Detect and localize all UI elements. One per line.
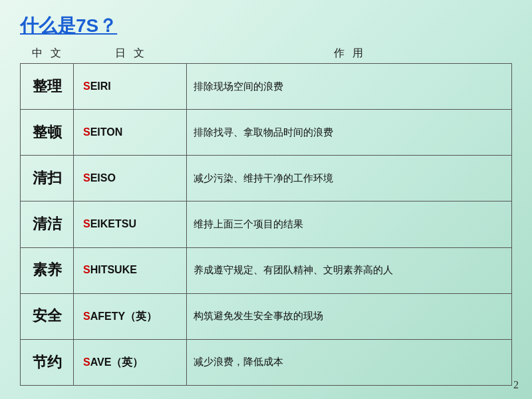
table-row: 整顿SEITON排除找寻、拿取物品时间的浪费 — [21, 110, 512, 156]
header-effect: 作 用 — [188, 47, 512, 61]
cell-chinese: 整理 — [21, 64, 74, 110]
cell-japanese: SHITSUKE — [74, 247, 187, 293]
japanese-rest: HITSUKE — [90, 264, 137, 275]
cell-effect: 养成遵守规定、有团队精神、文明素养高的人 — [187, 247, 512, 293]
page-number: 2 — [513, 379, 519, 391]
japanese-s-letter: S — [83, 80, 90, 92]
table-row: 清扫SEISO减少污染、维持干净的工作环境 — [21, 156, 512, 201]
japanese-rest: EIKETSU — [90, 218, 136, 229]
table-row: 节约SAVE（英）减少浪费，降低成本 — [21, 339, 512, 385]
slide-title: 什么是7S？ — [20, 13, 512, 39]
cell-japanese: SEIKETSU — [74, 201, 187, 247]
japanese-rest: AFETY（英） — [90, 311, 157, 322]
cell-chinese: 安全 — [21, 293, 74, 339]
japanese-rest: EIRI — [90, 80, 111, 92]
cell-chinese: 节约 — [21, 339, 74, 385]
table-row: 整理SEIRI排除现场空间的浪费 — [21, 64, 512, 110]
header-chinese: 中 文 — [21, 47, 74, 61]
cell-japanese: SAVE（英） — [74, 339, 187, 385]
cell-chinese: 清洁 — [21, 201, 74, 247]
japanese-s-letter: S — [83, 311, 90, 322]
cell-chinese: 整顿 — [21, 110, 74, 156]
cell-japanese: SEITON — [74, 110, 187, 156]
cell-effect: 排除找寻、拿取物品时间的浪费 — [187, 110, 512, 156]
japanese-s-letter: S — [83, 172, 90, 184]
cell-japanese: SEISO — [74, 156, 187, 201]
japanese-s-letter: S — [83, 218, 90, 229]
cell-chinese: 素养 — [21, 247, 74, 293]
cell-effect: 减少浪费，降低成本 — [187, 339, 512, 385]
japanese-rest: AVE（英） — [90, 356, 144, 368]
table-row: 素养SHITSUKE养成遵守规定、有团队精神、文明素养高的人 — [21, 247, 512, 293]
japanese-s-letter: S — [83, 126, 90, 138]
cell-japanese: SAFETY（英） — [74, 293, 187, 339]
cell-effect: 维持上面三个项目的结果 — [187, 201, 512, 247]
cell-effect: 排除现场空间的浪费 — [187, 64, 512, 110]
table-row: 清洁SEIKETSU维持上面三个项目的结果 — [21, 201, 512, 247]
japanese-s-letter: S — [83, 356, 90, 368]
table-header-row: 中 文 日 文 作 用 — [20, 47, 512, 61]
slide-container: 什么是7S？ 中 文 日 文 作 用 整理SEIRI排除现场空间的浪费整顿SEI… — [0, 0, 532, 399]
cell-effect: 减少污染、维持干净的工作环境 — [187, 156, 512, 201]
main-table: 整理SEIRI排除现场空间的浪费整顿SEITON排除找寻、拿取物品时间的浪费清扫… — [20, 63, 512, 386]
table-row: 安全SAFETY（英）构筑避免发生安全事故的现场 — [21, 293, 512, 339]
japanese-s-letter: S — [83, 264, 90, 275]
cell-japanese: SEIRI — [74, 64, 187, 110]
japanese-rest: EISO — [90, 172, 116, 184]
cell-effect: 构筑避免发生安全事故的现场 — [187, 293, 512, 339]
header-japanese: 日 文 — [74, 47, 188, 61]
japanese-rest: EITON — [90, 126, 123, 138]
cell-chinese: 清扫 — [21, 156, 74, 201]
